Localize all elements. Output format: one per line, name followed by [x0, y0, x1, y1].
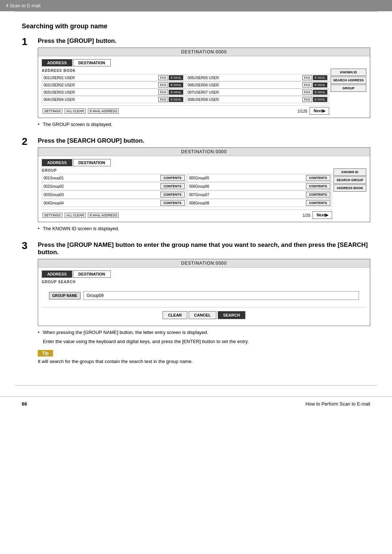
list-item: 005Group05 CONTENTS: [187, 174, 332, 182]
table-row: 002USER02 USER FAX E-MAIL: [42, 81, 185, 89]
known-id-button-1[interactable]: KNOWN ID: [331, 69, 366, 76]
fax-btn[interactable]: FAX: [158, 90, 168, 95]
user-id: 002USER02 USER: [44, 83, 158, 87]
screen-2-tab-row: ADDRESS DESTINATION: [42, 159, 366, 166]
email-address-button-1[interactable]: E-MAIL ADDRESS: [88, 109, 119, 114]
group-col-left: 001Group01 CONTENTS 002Group02 CONTENTS …: [42, 174, 187, 207]
tab-destination-2[interactable]: DESTINATION: [73, 159, 111, 166]
list-item: 003Group03 CONTENTS: [42, 191, 187, 199]
table-row: 001USER01 USER FAX E-MAIL: [42, 74, 185, 81]
settings-button-2[interactable]: SETTINGS: [42, 213, 62, 218]
next-button-2[interactable]: Next▶: [313, 211, 332, 219]
step-1-bullet: The GROUP screen is displayed.: [38, 122, 370, 127]
table-row: 006USER06 USER FAX E-MAIL: [186, 81, 329, 89]
email-btn[interactable]: E-MAIL: [313, 82, 327, 87]
address-book-button-2[interactable]: ADDRESS BOOK: [334, 184, 366, 192]
fax-btn[interactable]: FAX: [302, 82, 312, 87]
user-id: 006USER06 USER: [188, 83, 302, 87]
addr-col-right-1: 005USER05 USER FAX E-MAIL 006USER06 USER…: [186, 74, 329, 103]
cancel-button[interactable]: CANCEL: [189, 311, 216, 319]
all-clear-button-1[interactable]: ALL CLEAR: [65, 109, 86, 114]
step-2-bullet: The KNOWN ID screen is displayed.: [38, 226, 370, 231]
group-name: 007Group07: [189, 193, 306, 197]
search-button[interactable]: SEARCH: [218, 311, 245, 319]
tab-destination-1[interactable]: DESTINATION: [73, 59, 111, 66]
email-btn[interactable]: E-MAIL: [169, 82, 183, 87]
email-btn[interactable]: E-MAIL: [169, 97, 183, 102]
contents-button[interactable]: CONTENTS: [306, 175, 331, 181]
step-2-title: Press the [SEARCH GROUP] button.: [38, 137, 370, 144]
step-2: 2 Press the [SEARCH GROUP] button. DESTI…: [22, 137, 370, 235]
table-row: 007USER07 USER FAX E-MAIL: [186, 89, 329, 96]
screen-mockup-1: DESTINATION:0000 ADDRESS DESTINATION ADD…: [38, 48, 370, 118]
screen-3-tab-row: ADDRESS DESTINATION: [42, 270, 366, 278]
screen-2-bottom-left: SETTINGS ALL CLEAR E-MAIL ADDRESS: [42, 213, 119, 218]
contents-button[interactable]: CONTENTS: [306, 192, 331, 197]
screen-1-section-label: ADDRESS BOOK: [42, 69, 329, 73]
screen-1-bottom-bar: SETTINGS ALL CLEAR E-MAIL ADDRESS 1/125 …: [42, 105, 329, 115]
group-button-1[interactable]: GROUP: [331, 85, 366, 92]
known-id-button-2[interactable]: KNOWN ID: [334, 168, 366, 176]
group-grid-2: 001Group01 CONTENTS 002Group02 CONTENTS …: [42, 174, 332, 207]
fax-btn[interactable]: FAX: [302, 90, 312, 95]
email-btn[interactable]: E-MAIL: [169, 75, 183, 80]
fax-btn[interactable]: FAX: [158, 75, 168, 80]
screen-1-bottom-left: SETTINGS ALL CLEAR E-MAIL ADDRESS: [42, 109, 119, 114]
email-btn[interactable]: E-MAIL: [313, 75, 327, 80]
main-content: Searching with group name 1 Press the [G…: [0, 12, 392, 385]
settings-button-1[interactable]: SETTINGS: [42, 109, 62, 114]
addr-grid-1: 001USER01 USER FAX E-MAIL 002USER02 USER…: [42, 74, 329, 103]
contents-button[interactable]: CONTENTS: [160, 192, 185, 197]
group-search-input[interactable]: [83, 291, 359, 300]
user-id: 003USER03 USER: [44, 90, 158, 94]
next-button-1[interactable]: Next▶: [310, 107, 329, 115]
screen-3-section-label: GROUP SEARCH: [42, 280, 366, 284]
search-address-button-1[interactable]: SEARCH ADDRESS: [331, 77, 366, 84]
screen-2-section-label: GROUP: [42, 168, 332, 172]
tip-text: It will search for the groups that conta…: [38, 359, 370, 364]
clear-button[interactable]: CLEAR: [163, 311, 187, 319]
list-item: 007Group07 CONTENTS: [187, 191, 332, 199]
table-row: 005USER05 USER FAX E-MAIL: [186, 74, 329, 81]
group-name: 004Group04: [44, 201, 160, 205]
email-btn[interactable]: E-MAIL: [313, 90, 327, 95]
group-name-button[interactable]: GROUP NAME: [49, 292, 81, 300]
email-btn[interactable]: E-MAIL: [169, 90, 183, 95]
contents-button[interactable]: CONTENTS: [160, 200, 185, 206]
step-3-body: Press the [GROUP NAME] button to enter t…: [38, 241, 370, 364]
user-id: 005USER05 USER: [188, 76, 302, 80]
all-clear-button-2[interactable]: ALL CLEAR: [65, 213, 86, 218]
fax-btn[interactable]: FAX: [158, 82, 168, 87]
fax-btn[interactable]: FAX: [302, 75, 312, 80]
tab-address-3[interactable]: ADDRESS: [42, 270, 72, 278]
contents-button[interactable]: CONTENTS: [306, 183, 331, 189]
fax-btn[interactable]: FAX: [302, 97, 312, 102]
contents-button[interactable]: CONTENTS: [306, 200, 331, 206]
email-address-button-2[interactable]: E-MAIL ADDRESS: [88, 213, 119, 218]
screen-2-title: DESTINATION:0000: [38, 148, 370, 156]
tab-address-1[interactable]: ADDRESS: [42, 59, 72, 66]
screen-1-with-side: ADDRESS BOOK 001USER01 USER FAX E-MAIL: [42, 69, 366, 115]
page-info-2: 1/25: [303, 213, 310, 217]
step-3: 3 Press the [GROUP NAME] button to enter…: [22, 241, 370, 364]
step-1: 1 Press the [GROUP] button. DESTINATION:…: [22, 37, 370, 131]
email-btn[interactable]: E-MAIL: [313, 97, 327, 102]
step-2-number: 2: [22, 137, 33, 147]
list-item: 004Group04 CONTENTS: [42, 199, 187, 207]
fax-btn[interactable]: FAX: [158, 97, 168, 102]
screen-2-with-side: GROUP 001Group01 CONTENTS 002Group: [42, 168, 366, 219]
screen-1-main: ADDRESS BOOK 001USER01 USER FAX E-MAIL: [42, 69, 329, 115]
list-item: 006Group06 CONTENTS: [187, 182, 332, 190]
step-1-body: Press the [GROUP] button. DESTINATION:00…: [38, 37, 370, 131]
tip-label: Tip: [38, 350, 53, 357]
step-1-title: Press the [GROUP] button.: [38, 37, 370, 45]
section-heading: Searching with group name: [22, 23, 370, 30]
search-group-button-2[interactable]: SEARCH GROUP: [334, 176, 366, 184]
tab-address-2[interactable]: ADDRESS: [42, 159, 72, 166]
screen-2-side-btns: KNOWN ID SEARCH GROUP ADDRESS BOOK: [334, 168, 366, 219]
contents-button[interactable]: CONTENTS: [160, 183, 185, 189]
tab-destination-3[interactable]: DESTINATION: [73, 270, 111, 278]
tip-box: Tip It will search for the groups that c…: [38, 350, 370, 364]
contents-button[interactable]: CONTENTS: [160, 175, 185, 181]
list-item: 001Group01 CONTENTS: [42, 174, 187, 182]
